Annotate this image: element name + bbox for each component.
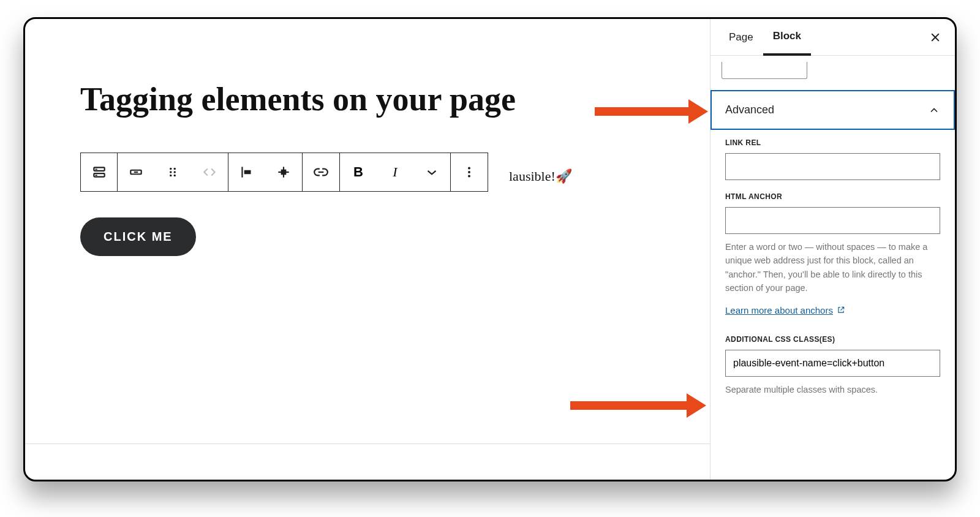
css-classes-label: ADDITIONAL CSS CLASS(ES) bbox=[725, 335, 940, 344]
svg-point-11 bbox=[174, 175, 176, 176]
close-sidebar-button[interactable] bbox=[924, 26, 946, 48]
more-vertical-icon bbox=[461, 164, 477, 180]
advanced-panel-title: Advanced bbox=[725, 104, 774, 116]
justify-center-icon bbox=[276, 164, 292, 180]
svg-point-18 bbox=[468, 167, 470, 170]
advanced-panel-toggle[interactable]: Advanced bbox=[712, 91, 954, 129]
learn-more-text: Learn more about anchors bbox=[725, 305, 833, 315]
justify-left-icon bbox=[239, 164, 255, 180]
more-format-button[interactable] bbox=[413, 153, 450, 191]
svg-point-8 bbox=[170, 171, 172, 173]
link-rel-label: LINK REL bbox=[725, 138, 940, 147]
svg-point-9 bbox=[174, 171, 176, 173]
toolbar-group-justify bbox=[228, 153, 303, 191]
link-rel-input[interactable] bbox=[725, 153, 940, 180]
more-options-button[interactable] bbox=[451, 153, 488, 191]
drag-handle-button[interactable] bbox=[154, 153, 191, 191]
svg-point-20 bbox=[468, 175, 470, 178]
tab-page[interactable]: Page bbox=[719, 19, 763, 55]
justify-center-button[interactable] bbox=[265, 153, 302, 191]
chevron-up-icon bbox=[928, 104, 940, 116]
svg-point-19 bbox=[468, 171, 470, 173]
html-anchor-help: Enter a word or two — without spaces — t… bbox=[725, 240, 940, 295]
html-anchor-label: HTML ANCHOR bbox=[725, 192, 940, 201]
svg-point-10 bbox=[170, 175, 172, 176]
tab-block[interactable]: Block bbox=[763, 20, 811, 56]
italic-button[interactable]: I bbox=[377, 153, 413, 191]
svg-rect-13 bbox=[244, 170, 251, 175]
page-title[interactable]: Tagging elements on your page bbox=[80, 80, 655, 118]
sidebar-body: Advanced LINK REL HTML ANCHOR Enter a wo… bbox=[710, 56, 955, 480]
block-type-button[interactable] bbox=[81, 153, 118, 191]
move-arrows-icon bbox=[202, 164, 217, 180]
justify-left-button[interactable] bbox=[228, 153, 265, 191]
svg-rect-16 bbox=[281, 170, 287, 175]
svg-point-6 bbox=[170, 168, 172, 170]
annotation-arrow-css bbox=[570, 399, 706, 412]
block-type-icon bbox=[91, 164, 107, 180]
drag-handle-icon bbox=[165, 164, 181, 180]
chevron-down-icon bbox=[424, 164, 440, 180]
align-button[interactable] bbox=[118, 153, 154, 191]
advanced-panel: Advanced bbox=[710, 90, 955, 130]
toolbar-group-transform bbox=[118, 153, 228, 191]
svg-rect-2 bbox=[95, 169, 97, 170]
learn-more-anchors-link[interactable]: Learn more about anchors bbox=[725, 305, 845, 315]
html-anchor-input[interactable] bbox=[725, 207, 940, 234]
css-classes-input[interactable] bbox=[725, 350, 940, 377]
paragraph-fragment: lausible!🚀 bbox=[509, 168, 572, 184]
align-icon bbox=[128, 164, 144, 180]
settings-sidebar: Page Block Advanced LINK REL HTML ANCHOR bbox=[710, 19, 955, 480]
link-icon bbox=[313, 164, 329, 180]
css-classes-field: ADDITIONAL CSS CLASS(ES) Separate multip… bbox=[710, 326, 955, 400]
css-classes-help: Separate multiple classes with spaces. bbox=[725, 383, 940, 396]
link-rel-field: LINK REL bbox=[710, 130, 955, 184]
previous-panel-peek bbox=[722, 62, 807, 79]
button-block[interactable]: CLICK ME bbox=[80, 217, 196, 256]
toolbar-group-link bbox=[303, 153, 340, 191]
toolbar-group-format: B I bbox=[340, 153, 451, 191]
toolbar-group-more bbox=[451, 153, 488, 191]
close-icon bbox=[929, 31, 941, 43]
svg-rect-3 bbox=[95, 175, 97, 176]
editor-canvas: Tagging elements on your page bbox=[25, 19, 710, 480]
editor-footer-divider bbox=[25, 443, 710, 444]
block-toolbar: B I bbox=[80, 153, 488, 192]
svg-point-7 bbox=[174, 168, 176, 170]
svg-rect-5 bbox=[134, 172, 138, 173]
bold-button[interactable]: B bbox=[340, 153, 377, 191]
sidebar-tabs: Page Block bbox=[710, 19, 955, 56]
link-button[interactable] bbox=[303, 153, 339, 191]
move-arrows-button[interactable] bbox=[191, 153, 228, 191]
external-link-icon bbox=[837, 306, 845, 314]
html-anchor-field: HTML ANCHOR Enter a word or two — withou… bbox=[710, 184, 955, 299]
editor-window: Tagging elements on your page bbox=[23, 17, 957, 481]
